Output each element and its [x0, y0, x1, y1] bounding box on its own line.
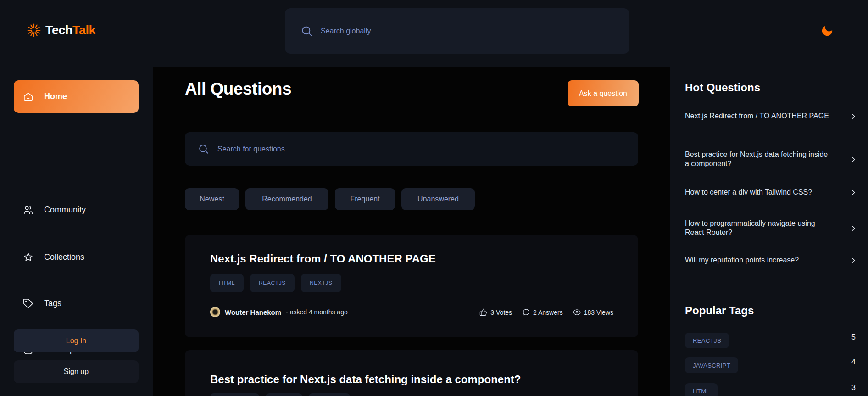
- question-title[interactable]: Next.js Redirect from / TO ANOTHER PAGE: [210, 252, 436, 265]
- chevron-right-icon: [849, 256, 858, 265]
- question-title[interactable]: Best practice for Next.js data fetching …: [210, 373, 521, 386]
- votes-meta: 3 Votes: [479, 308, 512, 316]
- search-icon: [198, 143, 209, 155]
- sidebar-item-label: Community: [44, 205, 86, 215]
- tag-icon: [23, 298, 33, 309]
- sidebar-item-home[interactable]: Home: [14, 80, 139, 113]
- main-content: All Questions Ask a question Newest Reco…: [153, 67, 670, 396]
- sidebar-item-label: Home: [44, 92, 67, 101]
- thumbs-up-icon: [479, 308, 487, 316]
- hot-question-text: Will my reputation points increase?: [685, 256, 833, 265]
- hot-questions-title: Hot Questions: [685, 81, 760, 94]
- hot-question-text: How to programmatically navigate using R…: [685, 219, 833, 237]
- hot-question-text: Best practice for Next.js data fetching …: [685, 150, 833, 168]
- filter-newest[interactable]: Newest: [185, 188, 239, 210]
- question-card: Next.js Redirect from / TO ANOTHER PAGE …: [185, 235, 638, 337]
- sidebar-item-community[interactable]: Community: [14, 199, 139, 221]
- question-author: Wouter Hanekom - asked 4 months ago: [210, 307, 348, 317]
- tag-chip[interactable]: HTML: [210, 274, 244, 292]
- brand-name: TechTalk: [45, 23, 95, 38]
- page: TechTalk Home Community: [0, 0, 868, 396]
- tag-chip[interactable]: [210, 393, 259, 396]
- sunburst-logo-icon: [27, 23, 41, 38]
- filter-bar: Newest Recommended Frequent Unanswered: [185, 188, 475, 210]
- popular-tag-row: HTML 3: [685, 383, 856, 396]
- answers-meta: 2 Answers: [522, 308, 563, 316]
- tag-chip[interactable]: HTML: [685, 383, 718, 396]
- login-button[interactable]: Log In: [14, 329, 139, 352]
- search-icon: [300, 25, 313, 37]
- asked-timestamp: - asked 4 months ago: [286, 308, 348, 316]
- views-count: 183 Views: [584, 309, 613, 316]
- hot-question-item[interactable]: Will my reputation points increase?: [685, 256, 858, 265]
- brand-logo[interactable]: TechTalk: [27, 23, 95, 38]
- tag-chip[interactable]: NEXTJS: [301, 274, 341, 292]
- avatar: [210, 307, 220, 317]
- question-meta: 3 Votes 2 Answers 183 Views: [479, 308, 613, 316]
- left-sidebar: Home Community Collections Tags Ask a qu: [0, 67, 153, 396]
- theme-toggle-button[interactable]: [817, 21, 837, 41]
- star-icon: [23, 252, 33, 262]
- sidebar-item-tags[interactable]: Tags: [14, 292, 139, 314]
- tag-chip[interactable]: REACTJS: [250, 274, 295, 292]
- global-search-bar: [285, 8, 629, 54]
- page-title: All Questions: [185, 79, 291, 99]
- question-tags: [210, 393, 350, 396]
- chevron-right-icon: [849, 224, 858, 233]
- hot-question-item[interactable]: How to center a div with Tailwind CSS?: [685, 188, 858, 197]
- brand-name-secondary: Talk: [72, 23, 95, 37]
- question-search-bar: [185, 132, 638, 166]
- hot-question-text: How to center a div with Tailwind CSS?: [685, 188, 833, 197]
- chevron-right-icon: [849, 155, 858, 164]
- eye-icon: [573, 308, 581, 316]
- answers-count: 2 Answers: [533, 309, 563, 316]
- tag-count: 4: [851, 358, 856, 366]
- hot-question-text: Next.js Redirect from / TO ANOTHER PAGE: [685, 112, 833, 121]
- views-meta: 183 Views: [573, 308, 613, 316]
- tag-chip[interactable]: JAVASCRIPT: [685, 357, 738, 373]
- signup-button[interactable]: Sign up: [14, 360, 139, 383]
- hot-question-item[interactable]: Next.js Redirect from / TO ANOTHER PAGE: [685, 112, 858, 121]
- question-tags: HTML REACTJS NEXTJS: [210, 274, 341, 292]
- brand-name-primary: Tech: [45, 23, 72, 37]
- tag-count: 3: [851, 384, 856, 392]
- chevron-right-icon: [849, 112, 858, 121]
- filter-frequent[interactable]: Frequent: [335, 188, 395, 210]
- votes-count: 3 Votes: [490, 309, 512, 316]
- popular-tag-row: REACTJS 5: [685, 333, 856, 348]
- sidebar-item-collections[interactable]: Collections: [14, 246, 139, 268]
- popular-tag-row: JAVASCRIPT 4: [685, 357, 856, 373]
- tag-chip[interactable]: [266, 393, 302, 396]
- global-search-input[interactable]: [321, 27, 629, 35]
- question-search-input[interactable]: [217, 145, 638, 153]
- hot-question-item[interactable]: How to programmatically navigate using R…: [685, 219, 858, 237]
- filter-recommended[interactable]: Recommended: [245, 188, 328, 210]
- community-icon: [23, 205, 33, 215]
- message-bubble-icon: [522, 308, 530, 316]
- popular-tags-title: Popular Tags: [685, 304, 754, 317]
- tag-chip[interactable]: [309, 393, 350, 396]
- right-sidebar: Hot Questions Next.js Redirect from / TO…: [670, 67, 868, 396]
- author-name[interactable]: Wouter Hanekom: [225, 308, 281, 316]
- sidebar-item-label: Collections: [44, 252, 84, 262]
- hot-question-item[interactable]: Best practice for Next.js data fetching …: [685, 150, 858, 168]
- moon-icon: [819, 22, 835, 39]
- tag-count: 5: [851, 333, 856, 341]
- ask-question-button[interactable]: Ask a question: [568, 80, 639, 106]
- filter-unanswered[interactable]: Unanswered: [401, 188, 475, 210]
- question-card: Best practice for Next.js data fetching …: [185, 350, 638, 396]
- sidebar-item-label: Tags: [44, 299, 61, 308]
- home-icon: [23, 91, 33, 102]
- tag-chip[interactable]: REACTJS: [685, 333, 729, 348]
- chevron-right-icon: [849, 188, 858, 197]
